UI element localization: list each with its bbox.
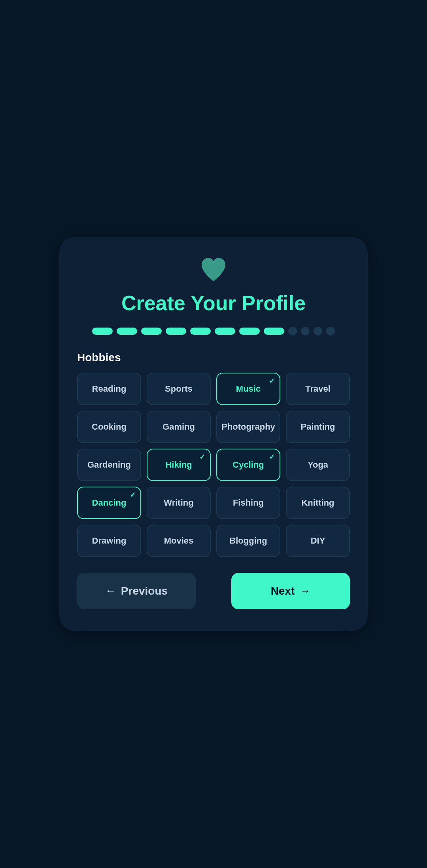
page-title: Create Your Profile [121,291,306,315]
hobby-painting[interactable]: Painting [286,411,350,443]
arrow-left-icon [105,585,116,597]
hobby-travel[interactable]: Travel [286,373,350,405]
progress-step-6 [215,328,235,335]
hobby-music[interactable]: ✓ Music [216,373,280,405]
previous-label: Previous [121,585,168,597]
hobby-reading[interactable]: Reading [77,373,141,405]
hobby-blogging[interactable]: Blogging [216,525,280,557]
hobby-hiking[interactable]: ✓ Hiking [147,449,211,481]
progress-step-1 [92,328,113,335]
check-icon: ✓ [269,377,275,385]
check-icon: ✓ [269,453,275,461]
hobby-gaming[interactable]: Gaming [147,411,211,443]
hobby-knitting[interactable]: Knitting [286,487,350,519]
hobby-gardening[interactable]: Gardening [77,449,141,481]
next-label: Next [271,585,295,597]
hobby-yoga[interactable]: Yoga [286,449,350,481]
progress-step-12 [326,327,335,335]
check-icon: ✓ [199,453,205,461]
hobby-drawing[interactable]: Drawing [77,525,141,557]
hobby-photography[interactable]: Photography [216,411,280,443]
hobby-sports[interactable]: Sports [147,373,211,405]
page-wrapper: Create Your Profile Hobbies Reading Spor… [0,0,427,868]
hobby-dancing[interactable]: ✓ Dancing [77,487,141,519]
hobby-cooking[interactable]: Cooking [77,411,141,443]
nav-buttons: Previous Next [77,573,350,609]
profile-card: Create Your Profile Hobbies Reading Spor… [59,237,368,631]
hobbies-section-label: Hobbies [77,351,350,364]
progress-step-3 [141,328,162,335]
check-icon: ✓ [130,491,136,499]
progress-step-8 [264,328,284,335]
hobby-diy[interactable]: DIY [286,525,350,557]
progress-step-4 [166,328,186,335]
progress-step-9 [288,327,297,335]
hobbies-grid: Reading Sports ✓ Music Travel Cooking Ga… [77,373,350,557]
hobby-writing[interactable]: Writing [147,487,211,519]
hobby-cycling[interactable]: ✓ Cycling [216,449,280,481]
heart-icon [200,257,227,282]
progress-indicator [92,327,335,335]
next-button[interactable]: Next [231,573,350,609]
progress-step-11 [314,327,322,335]
hobby-movies[interactable]: Movies [147,525,211,557]
progress-step-10 [301,327,310,335]
progress-step-7 [239,328,260,335]
progress-step-2 [117,328,137,335]
progress-step-5 [190,328,211,335]
hobby-fishing[interactable]: Fishing [216,487,280,519]
arrow-right-icon [299,585,310,597]
previous-button[interactable]: Previous [77,573,196,609]
